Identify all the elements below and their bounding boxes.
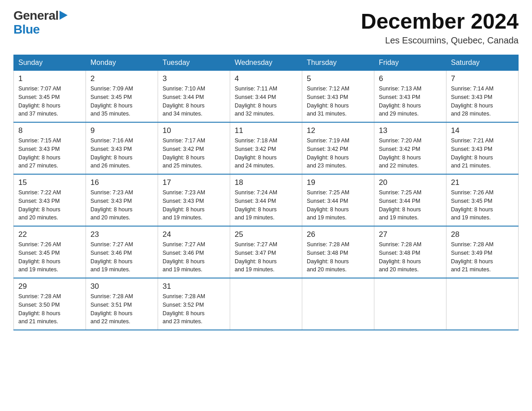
day-info: Sunrise: 7:21 AMSunset: 3:43 PMDaylight:… [451,137,493,169]
table-row: 28 Sunrise: 7:28 AMSunset: 3:49 PMDaylig… [446,226,519,278]
day-info: Sunrise: 7:11 AMSunset: 3:44 PMDaylight:… [235,86,277,117]
calendar-week-row: 15 Sunrise: 7:22 AMSunset: 3:43 PMDaylig… [14,174,519,226]
month-title: December 2024 [361,9,519,34]
day-number: 30 [90,282,153,291]
day-info: Sunrise: 7:13 AMSunset: 3:43 PMDaylight:… [379,86,421,117]
calendar-week-row: 8 Sunrise: 7:15 AMSunset: 3:43 PMDayligh… [14,122,519,174]
day-number: 8 [18,126,81,135]
day-info: Sunrise: 7:23 AMSunset: 3:43 PMDaylight:… [163,189,205,221]
table-row: 2 Sunrise: 7:09 AMSunset: 3:45 PMDayligh… [86,71,158,123]
day-number: 1 [18,74,81,83]
day-number: 29 [18,282,81,291]
table-row: 9 Sunrise: 7:16 AMSunset: 3:43 PMDayligh… [86,122,158,174]
day-number: 27 [379,230,442,239]
day-number: 7 [451,74,514,83]
table-row: 29 Sunrise: 7:28 AMSunset: 3:50 PMDaylig… [14,278,86,330]
logo-blue-text: Blue [13,23,68,37]
day-info: Sunrise: 7:09 AMSunset: 3:45 PMDaylight:… [90,86,133,117]
table-row [230,278,302,330]
table-row [446,278,519,330]
table-row: 25 Sunrise: 7:27 AMSunset: 3:47 PMDaylig… [230,226,302,278]
day-info: Sunrise: 7:25 AMSunset: 3:44 PMDaylight:… [307,189,349,221]
day-info: Sunrise: 7:25 AMSunset: 3:44 PMDaylight:… [379,189,421,221]
table-row: 5 Sunrise: 7:12 AMSunset: 3:43 PMDayligh… [302,71,374,123]
table-row: 23 Sunrise: 7:27 AMSunset: 3:46 PMDaylig… [86,226,158,278]
day-number: 23 [90,230,153,239]
day-info: Sunrise: 7:26 AMSunset: 3:45 PMDaylight:… [18,241,61,273]
day-number: 12 [307,126,369,135]
day-info: Sunrise: 7:14 AMSunset: 3:43 PMDaylight:… [451,86,493,117]
day-info: Sunrise: 7:20 AMSunset: 3:42 PMDaylight:… [379,137,421,169]
table-row: 7 Sunrise: 7:14 AMSunset: 3:43 PMDayligh… [446,71,519,123]
day-info: Sunrise: 7:17 AMSunset: 3:42 PMDaylight:… [163,137,205,169]
table-row: 13 Sunrise: 7:20 AMSunset: 3:42 PMDaylig… [374,122,446,174]
table-row: 11 Sunrise: 7:18 AMSunset: 3:42 PMDaylig… [230,122,302,174]
day-info: Sunrise: 7:23 AMSunset: 3:43 PMDaylight:… [90,189,133,221]
col-thursday: Thursday [302,55,374,71]
day-info: Sunrise: 7:28 AMSunset: 3:48 PMDaylight:… [379,241,421,273]
day-number: 24 [163,230,225,239]
day-info: Sunrise: 7:27 AMSunset: 3:47 PMDaylight:… [235,241,277,273]
day-number: 26 [307,230,369,239]
table-row: 17 Sunrise: 7:23 AMSunset: 3:43 PMDaylig… [158,174,230,226]
title-section: December 2024 Les Escoumins, Quebec, Can… [361,9,519,46]
col-saturday: Saturday [446,55,519,71]
logo-arrow-icon [60,11,68,21]
table-row: 27 Sunrise: 7:28 AMSunset: 3:48 PMDaylig… [374,226,446,278]
day-info: Sunrise: 7:27 AMSunset: 3:46 PMDaylight:… [163,241,205,273]
calendar-week-row: 1 Sunrise: 7:07 AMSunset: 3:45 PMDayligh… [14,71,519,123]
calendar-week-row: 22 Sunrise: 7:26 AMSunset: 3:45 PMDaylig… [14,226,519,278]
day-number: 15 [18,178,81,187]
day-info: Sunrise: 7:10 AMSunset: 3:44 PMDaylight:… [163,86,205,117]
day-info: Sunrise: 7:15 AMSunset: 3:43 PMDaylight:… [18,137,61,169]
table-row: 12 Sunrise: 7:19 AMSunset: 3:42 PMDaylig… [302,122,374,174]
day-info: Sunrise: 7:28 AMSunset: 3:52 PMDaylight:… [163,293,205,325]
day-info: Sunrise: 7:28 AMSunset: 3:49 PMDaylight:… [451,241,493,273]
day-number: 20 [379,178,442,187]
day-info: Sunrise: 7:12 AMSunset: 3:43 PMDaylight:… [307,86,349,117]
day-number: 13 [379,126,442,135]
calendar-week-row: 29 Sunrise: 7:28 AMSunset: 3:50 PMDaylig… [14,278,519,330]
table-row: 31 Sunrise: 7:28 AMSunset: 3:52 PMDaylig… [158,278,230,330]
svg-marker-0 [60,11,68,20]
day-number: 22 [18,230,81,239]
page-header: General Blue December 2024 Les Escoumins… [13,9,519,46]
col-tuesday: Tuesday [158,55,230,71]
table-row: 24 Sunrise: 7:27 AMSunset: 3:46 PMDaylig… [158,226,230,278]
day-number: 2 [90,74,153,83]
day-number: 18 [235,178,297,187]
logo-general-text: General [13,9,59,23]
location-subtitle: Les Escoumins, Quebec, Canada [361,35,519,46]
calendar-table: Sunday Monday Tuesday Wednesday Thursday… [13,55,519,330]
table-row [374,278,446,330]
day-info: Sunrise: 7:18 AMSunset: 3:42 PMDaylight:… [235,137,277,169]
table-row: 22 Sunrise: 7:26 AMSunset: 3:45 PMDaylig… [14,226,86,278]
table-row: 16 Sunrise: 7:23 AMSunset: 3:43 PMDaylig… [86,174,158,226]
col-wednesday: Wednesday [230,55,302,71]
day-info: Sunrise: 7:28 AMSunset: 3:51 PMDaylight:… [90,293,133,325]
day-info: Sunrise: 7:07 AMSunset: 3:45 PMDaylight:… [18,86,61,117]
day-number: 5 [307,74,369,83]
logo: General Blue [13,9,68,37]
calendar-header-row: Sunday Monday Tuesday Wednesday Thursday… [14,55,519,71]
table-row: 18 Sunrise: 7:24 AMSunset: 3:44 PMDaylig… [230,174,302,226]
day-number: 21 [451,178,514,187]
day-number: 19 [307,178,369,187]
table-row: 1 Sunrise: 7:07 AMSunset: 3:45 PMDayligh… [14,71,86,123]
table-row: 4 Sunrise: 7:11 AMSunset: 3:44 PMDayligh… [230,71,302,123]
day-number: 17 [163,178,225,187]
table-row: 19 Sunrise: 7:25 AMSunset: 3:44 PMDaylig… [302,174,374,226]
day-info: Sunrise: 7:28 AMSunset: 3:48 PMDaylight:… [307,241,349,273]
day-info: Sunrise: 7:27 AMSunset: 3:46 PMDaylight:… [90,241,133,273]
day-info: Sunrise: 7:24 AMSunset: 3:44 PMDaylight:… [235,189,277,221]
table-row [302,278,374,330]
table-row: 26 Sunrise: 7:28 AMSunset: 3:48 PMDaylig… [302,226,374,278]
col-sunday: Sunday [14,55,86,71]
day-number: 4 [235,74,297,83]
day-info: Sunrise: 7:26 AMSunset: 3:45 PMDaylight:… [451,189,493,221]
table-row: 21 Sunrise: 7:26 AMSunset: 3:45 PMDaylig… [446,174,519,226]
day-number: 11 [235,126,297,135]
day-number: 16 [90,178,153,187]
table-row: 20 Sunrise: 7:25 AMSunset: 3:44 PMDaylig… [374,174,446,226]
col-friday: Friday [374,55,446,71]
